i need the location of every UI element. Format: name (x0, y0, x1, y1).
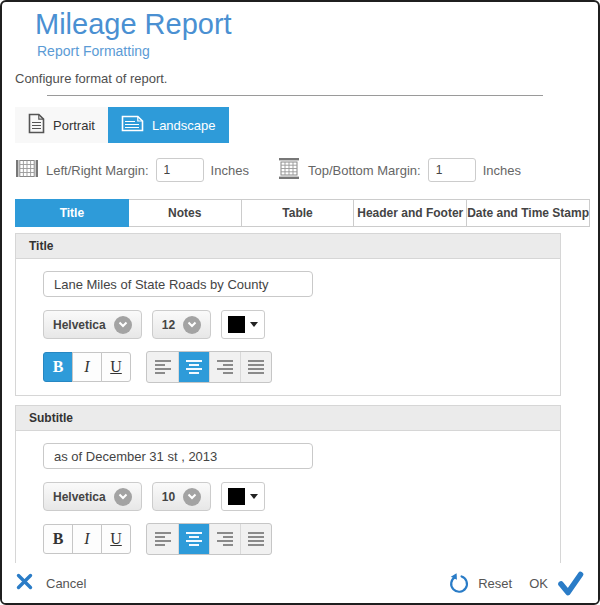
subtitle-align-justify-button[interactable] (240, 524, 271, 554)
subtitle-align-left-button[interactable] (147, 524, 178, 554)
cancel-label: Cancel (46, 576, 86, 591)
portrait-document-icon (28, 113, 45, 137)
tab-notes[interactable]: Notes (129, 199, 242, 227)
subtitle-font-family-value: Helvetica (53, 490, 106, 504)
orientation-toggle: Portrait Landscape (15, 107, 229, 143)
description-text: Configure format of report. (15, 71, 598, 86)
title-font-size-value: 12 (162, 318, 175, 332)
top-bottom-margin-icon (277, 157, 301, 183)
caret-down-icon (250, 322, 258, 327)
footer-actions: Reset OK (448, 571, 584, 596)
align-right-icon (217, 532, 233, 546)
landscape-button[interactable]: Landscape (108, 107, 229, 143)
top-bottom-margin-unit: Inches (483, 163, 521, 178)
cancel-button[interactable]: Cancel (16, 573, 86, 593)
subtitle-align-group (146, 523, 272, 555)
subtitle-align-center-button[interactable] (178, 524, 209, 554)
align-center-icon (186, 360, 202, 374)
top-bottom-margin-input[interactable] (428, 158, 476, 182)
subtitle-align-right-button[interactable] (209, 524, 240, 554)
header-divider (47, 95, 543, 96)
color-swatch-black (228, 316, 245, 333)
title-font-family-value: Helvetica (53, 318, 106, 332)
page-title: Mileage Report (35, 8, 598, 41)
report-formatting-dialog: Mileage Report Report Formatting Configu… (0, 0, 600, 605)
portrait-label: Portrait (53, 118, 95, 133)
title-italic-button[interactable]: I (72, 352, 102, 382)
tab-header-and-footer[interactable]: Header and Footer (354, 199, 467, 227)
title-align-center-button[interactable] (178, 352, 209, 382)
tab-date-and-time-stamp[interactable]: Date and Time Stamp (467, 199, 590, 227)
align-center-icon (186, 532, 202, 546)
left-right-margin-unit: Inches (211, 163, 249, 178)
title-style-group: B I U (43, 352, 131, 382)
left-right-margin-input[interactable] (156, 158, 204, 182)
left-right-margin-label: Left/Right Margin: (46, 163, 149, 178)
ok-check-icon[interactable] (557, 571, 584, 596)
align-justify-icon (248, 360, 264, 374)
margins-row: Left/Right Margin: Inches Top/Bottom Mar… (15, 157, 598, 183)
title-underline-button[interactable]: U (101, 352, 131, 382)
title-align-group (146, 351, 272, 383)
section-tabbar: Title Notes Table Header and Footer Date… (15, 199, 590, 227)
align-right-icon (217, 360, 233, 374)
title-font-family-dropdown[interactable]: Helvetica (43, 310, 142, 339)
subtitle-bold-button[interactable]: B (43, 524, 73, 554)
landscape-label: Landscape (152, 118, 216, 133)
chevron-down-icon (183, 488, 201, 506)
color-swatch-black (228, 488, 245, 505)
subtitle-text-input[interactable] (43, 443, 313, 469)
subtitle-panel: Subtitle Helvetica 10 (15, 405, 561, 568)
subtitle-font-size-value: 10 (162, 490, 175, 504)
dialog-footer: Cancel Reset OK (2, 563, 598, 603)
title-bold-button[interactable]: B (43, 352, 73, 382)
title-panel: Title Helvetica 12 (15, 233, 561, 396)
subtitle-font-family-dropdown[interactable]: Helvetica (43, 482, 142, 511)
subtitle-font-color-picker[interactable] (221, 482, 265, 511)
caret-down-icon (250, 494, 258, 499)
left-right-margin-icon (15, 157, 39, 183)
left-right-margin-group: Left/Right Margin: Inches (15, 157, 249, 183)
reset-label[interactable]: Reset (478, 576, 512, 591)
chevron-down-icon (114, 316, 132, 334)
chevron-down-icon (114, 488, 132, 506)
title-text-input[interactable] (43, 271, 313, 297)
title-align-right-button[interactable] (209, 352, 240, 382)
align-left-icon (155, 532, 171, 546)
align-justify-icon (248, 532, 264, 546)
subtitle-panel-heading: Subtitle (16, 406, 560, 431)
top-bottom-margin-label: Top/Bottom Margin: (308, 163, 421, 178)
subtitle-style-group: B I U (43, 524, 131, 554)
title-panel-heading: Title (16, 234, 560, 259)
landscape-document-icon (121, 115, 144, 135)
cancel-x-icon (16, 573, 33, 593)
portrait-button[interactable]: Portrait (15, 107, 108, 143)
chevron-down-icon (183, 316, 201, 334)
tab-table[interactable]: Table (242, 199, 355, 227)
page-subtitle: Report Formatting (37, 43, 598, 59)
tab-title[interactable]: Title (15, 199, 129, 227)
subtitle-italic-button[interactable]: I (72, 524, 102, 554)
subtitle-underline-button[interactable]: U (101, 524, 131, 554)
title-font-size-dropdown[interactable]: 12 (152, 310, 211, 339)
title-align-left-button[interactable] (147, 352, 178, 382)
title-align-justify-button[interactable] (240, 352, 271, 382)
align-left-icon (155, 360, 171, 374)
subtitle-font-size-dropdown[interactable]: 10 (152, 482, 211, 511)
reset-icon[interactable] (448, 573, 469, 594)
ok-label[interactable]: OK (529, 576, 548, 591)
top-bottom-margin-group: Top/Bottom Margin: Inches (277, 157, 521, 183)
title-font-color-picker[interactable] (221, 310, 265, 339)
